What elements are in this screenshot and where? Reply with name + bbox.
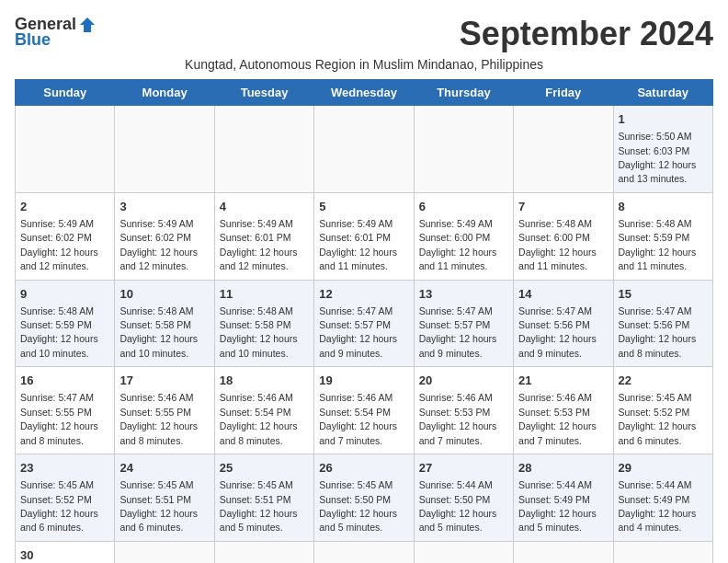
day-number: 21 <box>518 373 608 389</box>
days-header-row: Sunday Monday Tuesday Wednesday Thursday… <box>16 80 713 106</box>
table-row <box>115 541 214 563</box>
table-row: 25 Sunrise: 5:45 AMSunset: 5:51 PMDaylig… <box>214 454 313 542</box>
day-info: Sunrise: 5:46 AMSunset: 5:55 PMDaylight:… <box>119 392 198 445</box>
day-number: 10 <box>119 286 209 303</box>
day-number: 19 <box>319 373 408 389</box>
day-info: Sunrise: 5:48 AMSunset: 5:58 PMDaylight:… <box>220 305 298 359</box>
day-number: 29 <box>619 460 708 477</box>
table-row: 9 Sunrise: 5:48 AMSunset: 5:59 PMDayligh… <box>16 280 115 367</box>
calendar-week-row: 2 Sunrise: 5:49 AMSunset: 6:02 PMDayligh… <box>16 192 713 280</box>
calendar-table: Sunday Monday Tuesday Wednesday Thursday… <box>15 79 713 563</box>
calendar-week-row: 23 Sunrise: 5:45 AMSunset: 5:52 PMDaylig… <box>16 454 713 542</box>
day-number: 13 <box>419 286 508 303</box>
day-number: 9 <box>20 286 109 303</box>
day-number: 15 <box>619 286 708 303</box>
calendar-week-row: 1 Sunrise: 5:50 AMSunset: 6:03 PMDayligh… <box>16 106 713 193</box>
day-info: Sunrise: 5:45 AMSunset: 5:51 PMDaylight:… <box>119 479 198 533</box>
header-saturday: Saturday <box>613 80 712 106</box>
day-info: Sunrise: 5:48 AMSunset: 5:59 PMDaylight:… <box>619 218 697 271</box>
table-row: 12 Sunrise: 5:47 AMSunset: 5:57 PMDaylig… <box>314 280 414 367</box>
table-row: 21 Sunrise: 5:46 AMSunset: 5:53 PMDaylig… <box>514 367 613 454</box>
day-number: 11 <box>220 286 309 303</box>
header-tuesday: Tuesday <box>214 80 313 106</box>
month-title: September 2024 <box>460 15 713 53</box>
day-number: 27 <box>419 460 508 477</box>
table-row: 20 Sunrise: 5:46 AMSunset: 5:53 PMDaylig… <box>414 367 513 454</box>
table-row <box>414 106 513 193</box>
day-number: 16 <box>20 373 109 389</box>
table-row: 6 Sunrise: 5:49 AMSunset: 6:00 PMDayligh… <box>414 192 513 280</box>
day-number: 14 <box>518 286 608 303</box>
table-row: 2 Sunrise: 5:49 AMSunset: 6:02 PMDayligh… <box>16 192 115 280</box>
day-number: 28 <box>518 460 608 477</box>
table-row: 26 Sunrise: 5:45 AMSunset: 5:50 PMDaylig… <box>314 454 414 542</box>
day-info: Sunrise: 5:49 AMSunset: 6:00 PMDaylight:… <box>419 218 497 271</box>
day-info: Sunrise: 5:47 AMSunset: 5:57 PMDaylight:… <box>319 305 397 359</box>
day-info: Sunrise: 5:46 AMSunset: 5:53 PMDaylight:… <box>419 392 497 445</box>
day-number: 2 <box>20 199 109 215</box>
day-number: 26 <box>319 460 408 477</box>
day-info: Sunrise: 5:45 AMSunset: 5:51 PMDaylight:… <box>220 479 298 533</box>
table-row <box>115 106 214 193</box>
day-info: Sunrise: 5:48 AMSunset: 5:58 PMDaylight:… <box>119 305 198 359</box>
table-row <box>214 106 313 193</box>
day-info: Sunrise: 5:47 AMSunset: 5:56 PMDaylight:… <box>518 305 597 359</box>
table-row: 16 Sunrise: 5:47 AMSunset: 5:55 PMDaylig… <box>16 367 115 454</box>
logo-blue-text: Blue <box>15 30 51 50</box>
day-info: Sunrise: 5:50 AMSunset: 6:03 PMDaylight:… <box>619 131 697 184</box>
table-row: 27 Sunrise: 5:44 AMSunset: 5:50 PMDaylig… <box>414 454 513 542</box>
table-row <box>214 541 313 563</box>
calendar-subtitle: Kungtad, Autonomous Region in Muslim Min… <box>15 57 713 72</box>
table-row: 29 Sunrise: 5:44 AMSunset: 5:49 PMDaylig… <box>613 454 712 542</box>
table-row: 28 Sunrise: 5:44 AMSunset: 5:49 PMDaylig… <box>514 454 613 542</box>
table-row: 14 Sunrise: 5:47 AMSunset: 5:56 PMDaylig… <box>514 280 613 367</box>
day-info: Sunrise: 5:45 AMSunset: 5:50 PMDaylight:… <box>319 479 397 533</box>
calendar-week-row: 16 Sunrise: 5:47 AMSunset: 5:55 PMDaylig… <box>16 367 713 454</box>
table-row <box>314 106 414 193</box>
table-row <box>613 541 712 563</box>
table-row: 23 Sunrise: 5:45 AMSunset: 5:52 PMDaylig… <box>16 454 115 542</box>
header-thursday: Thursday <box>414 80 513 106</box>
day-info: Sunrise: 5:46 AMSunset: 5:53 PMDaylight:… <box>518 392 597 445</box>
day-info: Sunrise: 5:45 AMSunset: 5:52 PMDaylight:… <box>619 392 697 445</box>
day-number: 23 <box>20 460 109 477</box>
header-sunday: Sunday <box>16 80 115 106</box>
day-info: Sunrise: 5:49 AMSunset: 6:01 PMDaylight:… <box>319 218 397 271</box>
header-wednesday: Wednesday <box>314 80 414 106</box>
table-row: 10 Sunrise: 5:48 AMSunset: 5:58 PMDaylig… <box>115 280 214 367</box>
day-number: 20 <box>419 373 508 389</box>
table-row: 24 Sunrise: 5:45 AMSunset: 5:51 PMDaylig… <box>115 454 214 542</box>
day-number: 17 <box>119 373 209 389</box>
day-number: 6 <box>419 199 508 215</box>
table-row: 5 Sunrise: 5:49 AMSunset: 6:01 PMDayligh… <box>314 192 414 280</box>
table-row: 7 Sunrise: 5:48 AMSunset: 6:00 PMDayligh… <box>514 192 613 280</box>
header-monday: Monday <box>115 80 214 106</box>
page-header: General Blue September 2024 <box>15 15 713 53</box>
table-row <box>414 541 513 563</box>
day-info: Sunrise: 5:46 AMSunset: 5:54 PMDaylight:… <box>319 392 397 445</box>
day-info: Sunrise: 5:44 AMSunset: 5:50 PMDaylight:… <box>419 479 497 533</box>
day-number: 8 <box>619 199 708 215</box>
table-row: 17 Sunrise: 5:46 AMSunset: 5:55 PMDaylig… <box>115 367 214 454</box>
day-info: Sunrise: 5:49 AMSunset: 6:01 PMDaylight:… <box>220 218 298 271</box>
logo: General Blue <box>15 15 97 50</box>
day-info: Sunrise: 5:44 AMSunset: 5:49 PMDaylight:… <box>518 479 597 533</box>
day-number: 18 <box>220 373 309 389</box>
day-info: Sunrise: 5:44 AMSunset: 5:49 PMDaylight:… <box>619 479 697 533</box>
calendar-header: Sunday Monday Tuesday Wednesday Thursday… <box>16 80 713 106</box>
table-row: 15 Sunrise: 5:47 AMSunset: 5:56 PMDaylig… <box>613 280 712 367</box>
table-row <box>314 541 414 563</box>
table-row: 30 Sunrise: 5:44 AMSunset: 5:48 PMDaylig… <box>16 541 115 563</box>
day-number: 12 <box>319 286 408 303</box>
day-info: Sunrise: 5:46 AMSunset: 5:54 PMDaylight:… <box>220 392 298 445</box>
day-number: 25 <box>220 460 309 477</box>
table-row <box>16 106 115 193</box>
calendar-body: 1 Sunrise: 5:50 AMSunset: 6:03 PMDayligh… <box>16 106 713 564</box>
day-number: 24 <box>119 460 209 477</box>
table-row: 18 Sunrise: 5:46 AMSunset: 5:54 PMDaylig… <box>214 367 313 454</box>
day-number: 1 <box>619 111 708 128</box>
day-number: 22 <box>619 373 708 389</box>
day-info: Sunrise: 5:47 AMSunset: 5:57 PMDaylight:… <box>419 305 497 359</box>
day-number: 5 <box>319 199 408 215</box>
day-info: Sunrise: 5:48 AMSunset: 6:00 PMDaylight:… <box>518 218 597 271</box>
